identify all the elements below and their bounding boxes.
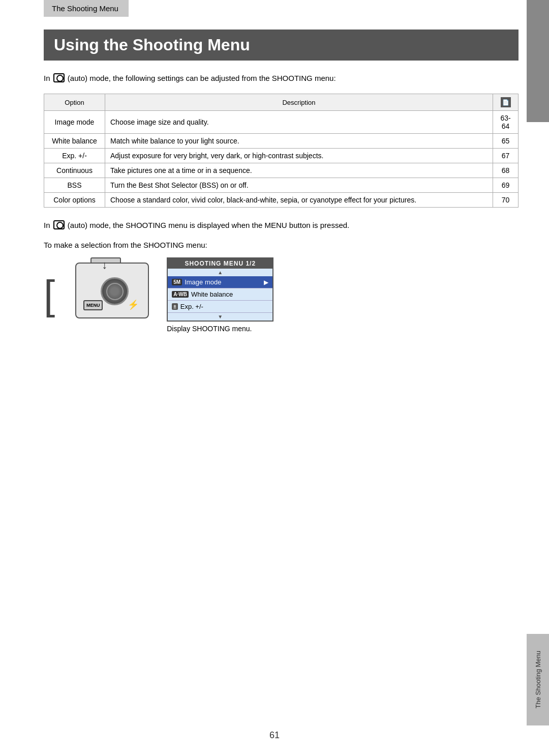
page-number: 61 bbox=[269, 730, 280, 741]
table-row: BSSTurn the Best Shot Selector (BSS) on … bbox=[44, 178, 518, 193]
second-paragraph: In (auto) mode, the SHOOTING menu is dis… bbox=[44, 219, 518, 231]
screen-arrow-right-icon: ▶ bbox=[264, 279, 268, 286]
table-header-page: 📄 bbox=[493, 94, 518, 111]
table-row: Exp. +/-Adjust exposure for very bright,… bbox=[44, 149, 518, 163]
table-cell-option: Exp. +/- bbox=[44, 149, 105, 163]
screen-item-label-image-mode: Image mode bbox=[185, 278, 221, 286]
arrow-down-icon: ↓ bbox=[102, 258, 107, 272]
lightning-icon: ⚡ bbox=[128, 299, 139, 310]
options-table: Option Description 📄 Image modeChoose im… bbox=[44, 94, 518, 208]
screen-item-white-balance: A·WB White balance bbox=[168, 288, 272, 301]
table-cell-option: White balance bbox=[44, 134, 105, 149]
table-cell-page: 67 bbox=[493, 149, 518, 163]
table-row: White balanceMatch white balance to your… bbox=[44, 134, 518, 149]
table-cell-option: Image mode bbox=[44, 111, 105, 134]
screen-item-label-exp: Exp. +/- bbox=[180, 303, 203, 310]
page-icon: 📄 bbox=[501, 97, 511, 107]
table-cell-page: 68 bbox=[493, 163, 518, 178]
camera-icon-inline-2 bbox=[53, 220, 65, 229]
screen-item-icon-exp: ± bbox=[172, 303, 178, 310]
intro-paragraph: In (auto) mode, the following settings c… bbox=[44, 72, 518, 84]
chapter-tab-label: The Shooting Menu bbox=[52, 4, 118, 13]
main-content: Using the Shooting Menu In (auto) mode, … bbox=[44, 0, 518, 333]
table-row: ContinuousTake pictures one at a time or… bbox=[44, 163, 518, 178]
table-row: Color optionsChoose a standard color, vi… bbox=[44, 193, 518, 208]
table-cell-description: Turn the Best Shot Selector (BSS) on or … bbox=[105, 178, 493, 193]
table-header-description: Description bbox=[105, 94, 493, 111]
table-cell-description: Take pictures one at a time or in a sequ… bbox=[105, 163, 493, 178]
camera-body: MENU ⚡ ↓ bbox=[75, 263, 149, 318]
camera-icon-inline bbox=[53, 73, 65, 82]
table-row: Image modeChoose image size and quality.… bbox=[44, 111, 518, 134]
table-cell-page: 65 bbox=[493, 134, 518, 149]
table-header-option: Option bbox=[44, 94, 105, 111]
table-cell-page: 70 bbox=[493, 193, 518, 208]
selection-instruction: To make a selection from the SHOOTING me… bbox=[44, 241, 518, 249]
screen-item-icon-5m: 5M bbox=[172, 279, 182, 285]
table-cell-description: Choose a standard color, vivid color, bl… bbox=[105, 193, 493, 208]
page-title: Using the Shooting Menu bbox=[44, 30, 518, 61]
bracket-symbol: [ bbox=[44, 275, 55, 315]
screen-item-label-white-balance: White balance bbox=[191, 290, 233, 298]
screen-item-image-mode: 5M Image mode ▶ bbox=[168, 276, 272, 288]
right-sidebar-label: The Shooting Menu bbox=[534, 651, 542, 708]
table-cell-page: 63-64 bbox=[493, 111, 518, 134]
screen-arrow-down: ▼ bbox=[168, 313, 272, 321]
screen-mockup: SHOOTING MENU 1/2 ▲ 5M Image mode ▶ A·WB… bbox=[167, 257, 273, 322]
camera-lens bbox=[101, 277, 129, 305]
right-sidebar-bottom: The Shooting Menu bbox=[527, 634, 549, 725]
screen-item-exp: ± Exp. +/- bbox=[168, 301, 272, 313]
table-cell-option: BSS bbox=[44, 178, 105, 193]
right-sidebar-top bbox=[527, 0, 549, 122]
table-cell-description: Choose image size and quality. bbox=[105, 111, 493, 134]
display-caption: Display SHOOTING menu. bbox=[167, 325, 273, 333]
chapter-tab: The Shooting Menu bbox=[44, 0, 129, 17]
table-cell-description: Match white balance to your light source… bbox=[105, 134, 493, 149]
table-cell-description: Adjust exposure for very bright, very da… bbox=[105, 149, 493, 163]
table-cell-option: Color options bbox=[44, 193, 105, 208]
screen-title: SHOOTING MENU 1/2 bbox=[168, 258, 272, 269]
menu-button-illustration: MENU bbox=[83, 300, 103, 310]
table-cell-option: Continuous bbox=[44, 163, 105, 178]
screen-item-icon-awb: A·WB bbox=[172, 291, 189, 298]
camera-illustration: MENU ⚡ ↓ bbox=[75, 257, 151, 324]
screen-arrow-up: ▲ bbox=[168, 269, 272, 276]
diagram-area: [ MENU ⚡ ↓ SHOOTING MENU 1/2 ▲ 5M Image … bbox=[44, 257, 518, 333]
table-cell-page: 69 bbox=[493, 178, 518, 193]
